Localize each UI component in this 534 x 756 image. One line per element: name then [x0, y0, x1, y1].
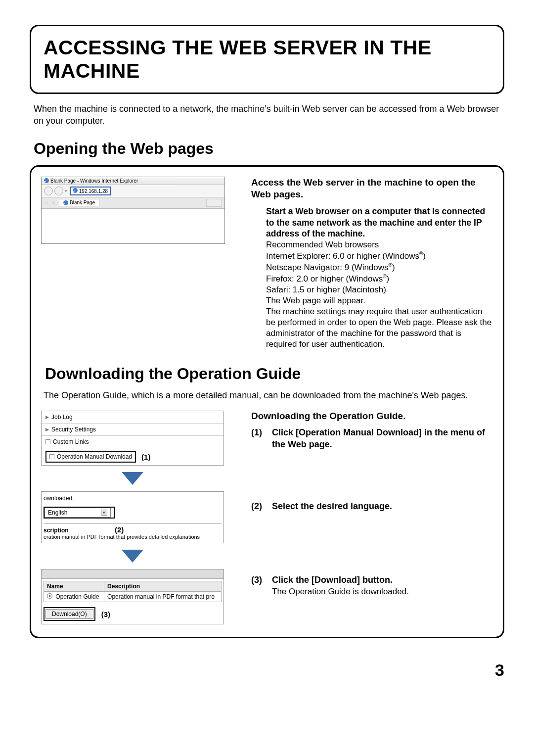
- chevron-right-icon: ▶: [45, 427, 49, 432]
- language-select-highlight: English ▾: [44, 507, 115, 519]
- callout-3: (3): [101, 610, 110, 618]
- download-table: Name Description Operation Guide Operati…: [44, 581, 222, 602]
- forward-button[interactable]: [54, 187, 63, 195]
- step-1: (1) Click [Operation Manual Download] in…: [251, 426, 493, 451]
- menu-custom-links[interactable]: Custom Links: [42, 436, 223, 448]
- download-button[interactable]: Download(O): [45, 609, 93, 619]
- content-box: Blank Page - Windows Internet Explorer ▾…: [30, 165, 504, 639]
- menu-operation-manual-download[interactable]: Operation Manual Download: [45, 451, 136, 463]
- menu-panel: ▶ Job Log ▶ Security Settings Custom Lin…: [41, 411, 224, 466]
- section1-heading: Opening the Web pages: [34, 140, 500, 158]
- ie-icon: [73, 188, 78, 193]
- chevron-right-icon: ▶: [45, 415, 49, 420]
- square-icon: [49, 454, 54, 459]
- section2-heading: Downloading the Operation Guide: [45, 365, 489, 383]
- section2-intro: The Operation Guide, which is a more det…: [44, 390, 490, 401]
- auth-text: The machine settings may require that us…: [266, 306, 493, 350]
- radio-icon[interactable]: [47, 593, 52, 599]
- step-3: (3) Click the [Download] button.: [251, 574, 493, 586]
- browser-mockup: Blank Page - Windows Internet Explorer ▾…: [41, 177, 225, 244]
- ownloaded-text: ownloaded.: [44, 495, 222, 502]
- browser-tab[interactable]: Blank Page: [59, 199, 99, 206]
- menu-security[interactable]: ▶ Security Settings: [42, 424, 223, 436]
- step-3-note: The Operation Guide is downloaded.: [272, 587, 493, 597]
- browser-title-bar: Blank Page - Windows Internet Explorer: [42, 177, 224, 185]
- browser-firefox: Firefox: 2.0 or higher (Windows®): [266, 273, 493, 284]
- callout-2: (2): [115, 525, 124, 534]
- menu-job-log[interactable]: ▶ Job Log: [42, 411, 223, 424]
- browser-safari: Safari: 1.5 or higher (Macintosh): [266, 284, 493, 295]
- back-button[interactable]: [44, 187, 53, 195]
- tab-bar: ☆ ☆ Blank Page: [42, 197, 224, 209]
- download-button-highlight: Download(O): [44, 607, 95, 621]
- language-dropdown[interactable]: English ▾: [44, 508, 111, 518]
- arrow-down-icon: [122, 550, 143, 563]
- star-icon: ☆: [44, 200, 48, 205]
- callout-1: (1): [141, 453, 150, 461]
- square-icon: [45, 439, 50, 444]
- chevron-down-icon: ▾: [101, 510, 107, 516]
- menu-download-row: Operation Manual Download (1): [42, 448, 223, 465]
- table-header-row: Name Description: [44, 581, 222, 592]
- star-add-icon: ☆: [51, 200, 56, 205]
- recommended-label: Recommended Web browsers: [266, 239, 493, 250]
- panel-header-blank: [42, 569, 223, 579]
- download-panel: Name Description Operation Guide Operati…: [41, 569, 224, 624]
- scription-label: scription: [44, 527, 69, 534]
- cell-description: Operation manual in PDF format that pro: [104, 592, 222, 602]
- col-description: Description: [104, 581, 222, 592]
- toolbar-blank: [206, 199, 222, 207]
- page-number: 3: [0, 661, 504, 680]
- arrow-down-icon: [122, 472, 143, 485]
- ie-icon: [63, 200, 68, 205]
- address-bar: ▾ 192.168.1.28: [42, 185, 224, 197]
- ie-icon: [44, 178, 49, 183]
- browser-ie: Internet Explorer: 6.0 or higher (Window…: [266, 250, 493, 262]
- intro-text: When the machine is connected to a netwo…: [34, 103, 500, 127]
- appear-text: The Web page will appear.: [266, 295, 493, 306]
- title-box: ACCESSING THE WEB SERVER IN THE MACHINE: [30, 25, 504, 94]
- cell-name[interactable]: Operation Guide: [44, 592, 104, 602]
- description-fragment: eration manual in PDF format that provid…: [44, 534, 222, 540]
- browser-netscape: Netscape Navigator: 9 (Windows®): [266, 262, 493, 273]
- url-field[interactable]: 192.168.1.28: [70, 187, 111, 195]
- access-heading: Access the Web server in the machine to …: [251, 177, 493, 201]
- table-row: Operation Guide Operation manual in PDF …: [44, 592, 222, 602]
- guide-heading: Downloading the Operation Guide.: [251, 411, 493, 422]
- col-name: Name: [44, 581, 104, 592]
- language-panel: ownloaded. English ▾ scription (2): [41, 491, 224, 543]
- start-instruction: Start a Web browser on a computer that i…: [266, 206, 493, 239]
- step-2: (2) Select the desired language.: [251, 500, 493, 512]
- browser-window-title: Blank Page - Windows Internet Explorer: [50, 178, 138, 184]
- page-title: ACCESSING THE WEB SERVER IN THE MACHINE: [44, 36, 490, 83]
- browser-body: [42, 209, 224, 243]
